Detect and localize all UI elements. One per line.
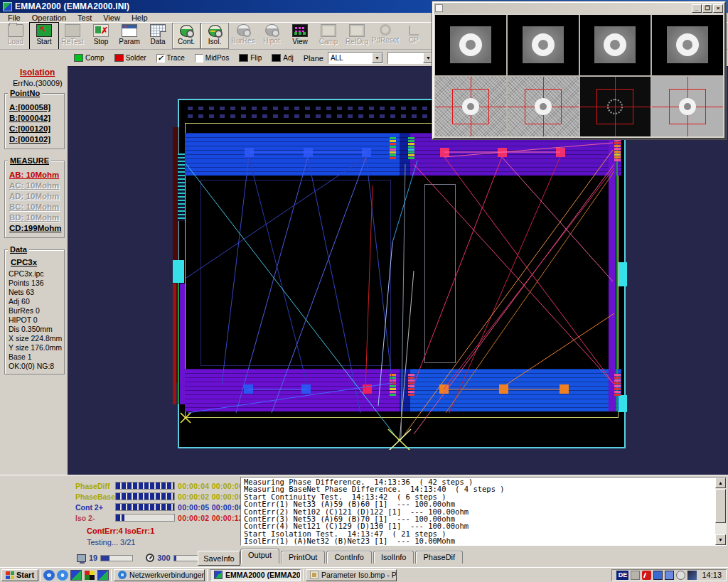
camp-button[interactable]: Camp [314,23,343,49]
camp-icon [321,24,336,37]
progress-bar [115,503,175,511]
emma-icon [214,571,223,579]
flip-color-swatch[interactable] [239,54,248,62]
plane-select[interactable]: ALL▼ [328,52,383,64]
tab-isolinfo[interactable]: IsolInfo [373,551,414,564]
param-button[interactable]: Param [115,23,144,49]
progress-bar [115,492,175,500]
pad-ring [459,33,482,56]
pad-ring [676,33,699,56]
menu-help[interactable]: Help [127,14,153,22]
quicklaunch-colors-icon[interactable] [84,570,95,581]
hipot-button[interactable]: Hipot [257,23,286,49]
stop-icon [93,24,109,37]
camera-window-titlebar[interactable]: _ ❐ × [434,3,724,14]
stop-button[interactable]: Stop [87,23,115,49]
measure-ac[interactable]: AC: 10Mohm [9,181,63,190]
menu-view[interactable]: View [98,14,125,22]
task-netzwerkverbindungen[interactable]: Netzwerkverbindungen [114,569,205,581]
camera-crosshair-a [435,77,506,137]
burres-button[interactable]: BurRes [229,23,257,49]
pad-ring [532,33,555,56]
task-paint[interactable]: Parameter Iso.bmp - Paint [306,569,397,581]
menu-file[interactable]: File [3,14,26,22]
tab-continfo[interactable]: ContInfo [326,551,372,564]
measure-bd[interactable]: BD: 10Mohm [9,213,63,222]
data-button[interactable]: Data [144,23,172,49]
cp-button[interactable]: CP [400,23,428,49]
task-emma2000[interactable]: EMMA2000 (EMMA20... [210,569,301,581]
trace-checkbox[interactable]: ✓ [156,54,165,63]
cont-button[interactable]: Cont. [172,23,200,49]
saveinfo-button[interactable]: SaveInfo [198,551,240,566]
network-tray-icon[interactable] [653,571,663,580]
dropdown-arrow-icon[interactable]: ▼ [372,53,382,63]
retest-icon [65,24,80,37]
comp-color-swatch[interactable] [74,54,83,62]
camera-grid [435,15,723,136]
param-icon [122,24,137,37]
plane2-select[interactable]: ▼ [387,52,434,64]
measure-cd[interactable]: CD:199Mohm [9,224,63,232]
maximize-button[interactable]: ❐ [702,4,712,13]
volume-tray-icon[interactable] [687,571,697,580]
retorg-icon [349,24,365,37]
view-button[interactable]: View [286,23,314,49]
start-button[interactable]: Start [30,23,58,49]
point-c[interactable]: C:[000120] [9,124,63,133]
board-name[interactable]: CPC3x [11,258,63,266]
plane-label: Plane [304,54,323,63]
usb-tray-icon[interactable] [665,571,674,580]
point-d[interactable]: D:[000102] [9,135,63,144]
scrollbar-thumb[interactable] [715,489,726,523]
pointno-group: PointNo A:[000058] B:[000042] C:[000120]… [4,93,65,149]
menu-operation[interactable]: Operation [27,14,71,22]
status-panel: PhaseDiff 00:00:04 00:00:00 PhaseBase 00… [0,475,728,567]
adj-color-swatch[interactable] [272,54,281,62]
log-output[interactable]: Measuring Phase Difference. 14:13:36 ( 4… [240,477,727,546]
isol-button[interactable]: Isol. [200,23,229,49]
quicklaunch-emma-icon[interactable] [70,570,82,581]
antivirus-tray-icon[interactable] [642,571,651,580]
tab-printout[interactable]: PrintOut [281,551,325,564]
testing-status: Testing... 3/21 [87,538,136,546]
retorg-button[interactable]: RetOrg [343,23,371,49]
printer-tray-icon[interactable] [631,571,640,580]
language-indicator[interactable]: DE [616,571,628,580]
close-button[interactable]: × [713,4,723,13]
network-icon [118,571,127,579]
camera-view-d [652,15,723,75]
load-button[interactable]: Load [1,23,30,49]
midpos-label: MidPos [205,54,229,62]
tab-phasedif[interactable]: PhaseDif [415,551,463,564]
pdreset-button[interactable]: PdReset [371,23,400,49]
solder-color-swatch[interactable] [114,54,124,62]
quicklaunch-browser-icon[interactable] [43,570,55,581]
camera-crosshair-d [652,77,723,137]
tab-output[interactable]: Output [240,549,279,564]
quicklaunch-emma2-icon[interactable] [97,570,109,581]
point-a[interactable]: A:[000058] [9,103,63,112]
minimize-button[interactable]: _ [692,4,702,13]
retest-button[interactable]: ReTest [58,23,87,49]
scroll-up-icon[interactable]: ▲ [715,478,726,488]
data-line: OK:0(0) NG:8 [9,362,63,370]
measure-bc[interactable]: BC: 10Mohm [9,203,63,211]
menu-test[interactable]: Test [73,14,97,22]
log-scrollbar[interactable]: ▲ ▼ [715,478,727,545]
scroll-down-icon[interactable]: ▼ [715,534,726,545]
midpos-checkbox[interactable] [195,54,203,63]
measure-ab[interactable]: AB: 10Mohm [9,171,63,179]
scheduler-tray-icon[interactable] [676,571,685,580]
measure-ad[interactable]: AD: 10Mohm [9,192,63,200]
taskbar-clock: 14:13 [699,571,722,579]
data-line: Y size 176.0mm [9,343,63,352]
point-b[interactable]: B:[000042] [9,114,63,122]
data-icon [150,24,166,37]
start-menu-button[interactable]: Start [1,569,38,581]
quicklaunch-ie-icon[interactable] [57,570,68,581]
pcb-board-view [178,99,626,448]
progress-row-cont: Cont 2+ 00:00:05 00:00:00 [75,502,243,512]
counter-value: 19 [89,554,97,562]
error-counters: ContErr:4 IsoErr:1 [87,527,154,535]
